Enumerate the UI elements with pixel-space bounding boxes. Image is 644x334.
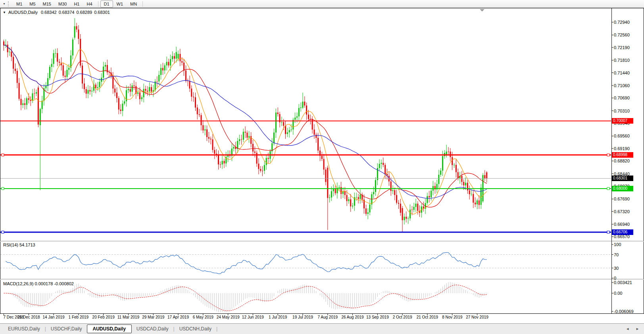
price-tick-label: 0.68820 bbox=[614, 158, 630, 163]
toolbar-grip bbox=[8, 1, 10, 6]
chart-symbol-label: AUDUSD,Daily bbox=[8, 10, 38, 15]
date-label: 24 May 2019 bbox=[217, 315, 240, 319]
candle-bodies-up bbox=[5, 26, 484, 220]
price-badge-0.68000: 0.68000 bbox=[612, 186, 633, 191]
date-label: 29 Mar 2019 bbox=[142, 315, 164, 319]
price-badge-0.68998: 0.68998 bbox=[612, 152, 633, 158]
price-tick-label: 0.71440 bbox=[614, 71, 630, 75]
timeframe-button-m15[interactable]: M15 bbox=[39, 0, 55, 8]
date-label: 7 Aug 2019 bbox=[317, 315, 338, 319]
tab-scroll-arrows: ◄ ► bbox=[626, 327, 639, 331]
price-tick-label: 0.69190 bbox=[614, 146, 630, 151]
timeframe-button-m5[interactable]: M5 bbox=[26, 0, 39, 8]
date-label: 1 Feb 2019 bbox=[69, 315, 89, 319]
chart-collapse-icon[interactable]: ▼ bbox=[3, 11, 6, 14]
timeframe-button-h4[interactable]: H4 bbox=[83, 0, 96, 8]
date-label: 8 Nov 2019 bbox=[442, 315, 462, 319]
timeframe-button-m1[interactable]: M1 bbox=[13, 0, 26, 8]
date-label: 27 Nov 2019 bbox=[466, 315, 488, 319]
macd-label: MACD(12,26,9) 0.000178 -0.000802 bbox=[3, 281, 74, 286]
tabs-scroll-right-icon[interactable]: ► bbox=[636, 327, 639, 331]
price-tick-label: 0.71810 bbox=[614, 58, 630, 63]
chart-tab-bar: EURUSD,Daily|USDCHF,DailyAUDUSD,DailyUSD… bbox=[0, 323, 644, 334]
line-handle[interactable] bbox=[2, 187, 4, 190]
date-label: 2 Oct 2019 bbox=[393, 315, 412, 319]
date-label: 14 Jan 2019 bbox=[43, 315, 65, 319]
macd-histogram bbox=[4, 282, 487, 312]
price-tick-label: 0.72560 bbox=[614, 32, 630, 37]
shift-end-marker bbox=[480, 9, 484, 11]
date-label: 17 Apr 2019 bbox=[167, 315, 189, 319]
price-tick-label: 0.69560 bbox=[614, 134, 630, 138]
date-label: 11 Mar 2019 bbox=[117, 315, 139, 319]
rsi-line bbox=[6, 252, 486, 274]
date-label: 20 Feb 2019 bbox=[92, 315, 115, 319]
macd-tick-label: -0.006069 bbox=[614, 309, 634, 314]
date-label: 1 Jul 2019 bbox=[269, 315, 287, 319]
price-tick-label: 0.66940 bbox=[614, 222, 630, 227]
ohlc-high: 0.68374 bbox=[59, 10, 75, 15]
line-handle[interactable] bbox=[607, 154, 609, 156]
timeframe-toolbar: ▼ M1M5M15M30H1H4D1W1MN bbox=[0, 0, 644, 8]
macd-tick-label: 0.00 bbox=[614, 291, 622, 296]
date-label: 26 Dec 2018 bbox=[17, 315, 40, 319]
timeframe-button-w1[interactable]: W1 bbox=[113, 0, 127, 8]
price-badge-0.66706: 0.66706 bbox=[612, 229, 633, 235]
ohlc-open: 0.68342 bbox=[41, 10, 57, 15]
line-handle[interactable] bbox=[607, 231, 609, 233]
date-label: 12 Jun 2019 bbox=[242, 315, 264, 319]
timeframe-button-m30[interactable]: M30 bbox=[55, 0, 70, 8]
tab-usdchf[interactable]: USDCHF,Daily bbox=[46, 325, 87, 333]
price-tick-label: 0.67690 bbox=[614, 197, 630, 201]
price-chart-canvas[interactable] bbox=[0, 0, 644, 334]
price-tick-label: 0.70310 bbox=[614, 109, 630, 113]
price-badge-0.70007: 0.70007 bbox=[612, 118, 633, 124]
price-tick-label: 0.71060 bbox=[614, 83, 630, 88]
moving-average-20 bbox=[4, 45, 487, 207]
mt4-terminal: ▼ M1M5M15M30H1H4D1W1MN ▼ AUDUSD,Daily 0.… bbox=[0, 0, 644, 334]
candle-wicks-down bbox=[4, 23, 487, 233]
toolbar-separator bbox=[98, 1, 98, 7]
line-handle[interactable] bbox=[2, 154, 4, 156]
line-handle[interactable] bbox=[607, 187, 609, 190]
tab-audusd[interactable]: AUDUSD,Daily bbox=[87, 324, 132, 333]
tabs-scroll-left-icon[interactable]: ◄ bbox=[626, 327, 629, 331]
moving-average-45 bbox=[4, 45, 487, 198]
price-badge-0.68301: 0.68301 bbox=[612, 176, 633, 181]
toolbar-separator bbox=[142, 1, 143, 7]
price-tick-label: 0.66570 bbox=[614, 234, 630, 239]
rsi-tick-label: 100 bbox=[614, 242, 621, 247]
price-tick-label: 0.67320 bbox=[614, 209, 630, 214]
timeframe-buttons: M1M5M15M30H1H4D1W1MN bbox=[13, 0, 145, 8]
candle-bodies-down bbox=[3, 26, 487, 220]
price-tick-label: 0.70690 bbox=[614, 95, 630, 100]
tab-divider: | bbox=[216, 326, 217, 332]
price-tick-label: 0.72940 bbox=[614, 20, 630, 25]
rsi-label: RSI(14) 54.1713 bbox=[3, 242, 35, 247]
macd-tick-label: 0.003421 bbox=[614, 280, 632, 285]
price-tick-label: 0.72190 bbox=[614, 45, 630, 50]
ohlc-low: 0.68289 bbox=[76, 10, 92, 15]
rsi-tick-label: 70 bbox=[614, 252, 619, 257]
chart-plot-area bbox=[0, 18, 611, 312]
tab-eurusd[interactable]: EURUSD,Daily bbox=[3, 325, 45, 333]
chart-title: ▼ AUDUSD,Daily 0.68342 0.68374 0.68289 0… bbox=[3, 10, 112, 15]
line-handle[interactable] bbox=[2, 231, 4, 233]
toolbar-dropdown-icon[interactable]: ▼ bbox=[1, 1, 7, 7]
date-label: 6 May 2019 bbox=[193, 315, 213, 319]
date-label: 26 Aug 2019 bbox=[341, 315, 363, 319]
timeframe-button-mn[interactable]: MN bbox=[127, 0, 140, 8]
timeframe-button-h1[interactable]: H1 bbox=[70, 0, 83, 8]
ohlc-close: 0.68301 bbox=[94, 10, 110, 15]
tab-usdcnh[interactable]: USDCNH,Daily bbox=[175, 325, 216, 333]
date-label: 21 Oct 2019 bbox=[417, 315, 438, 319]
date-label: 13 Sep 2019 bbox=[366, 315, 389, 319]
date-label: 19 Jul 2019 bbox=[292, 315, 313, 319]
timeframe-button-d1[interactable]: D1 bbox=[100, 0, 113, 8]
tab-usdcad[interactable]: USDCAD,Daily bbox=[132, 325, 173, 333]
rsi-tick-label: 30 bbox=[614, 266, 619, 271]
